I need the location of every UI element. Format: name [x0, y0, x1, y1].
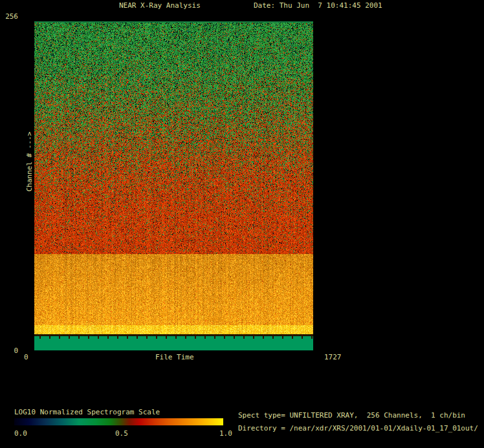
colorbar-tick-mid: 0.5 — [115, 429, 128, 438]
directory-line: Directory = /near/xdr/XRS/2001/01-01/Xda… — [238, 424, 478, 432]
y-axis-max-label: 256 — [3, 12, 18, 21]
spectrogram-canvas — [34, 21, 313, 350]
x-axis-min-label: 0 — [24, 353, 28, 361]
x-axis-title: File Time — [155, 353, 194, 361]
spect-type-line: Spect type= UNFILTERED XRAY, 256 Channel… — [238, 411, 465, 420]
colorbar-title: LOG10 Normalized Spectrogram Scale — [14, 408, 160, 416]
colorbar-gradient — [14, 418, 223, 425]
y-axis-title: Channel # ---> — [25, 132, 34, 192]
y-axis-min-label: 0 — [3, 347, 18, 355]
colorbar-tick-low: 0.0 — [14, 429, 27, 438]
colorbar-tick-high: 1.0 — [219, 429, 232, 438]
x-axis-max-label: 1727 — [324, 353, 342, 361]
date-label: Date: Thu Jun 7 10:41:45 2001 — [254, 1, 382, 10]
app-title: NEAR X-Ray Analysis — [119, 1, 201, 10]
